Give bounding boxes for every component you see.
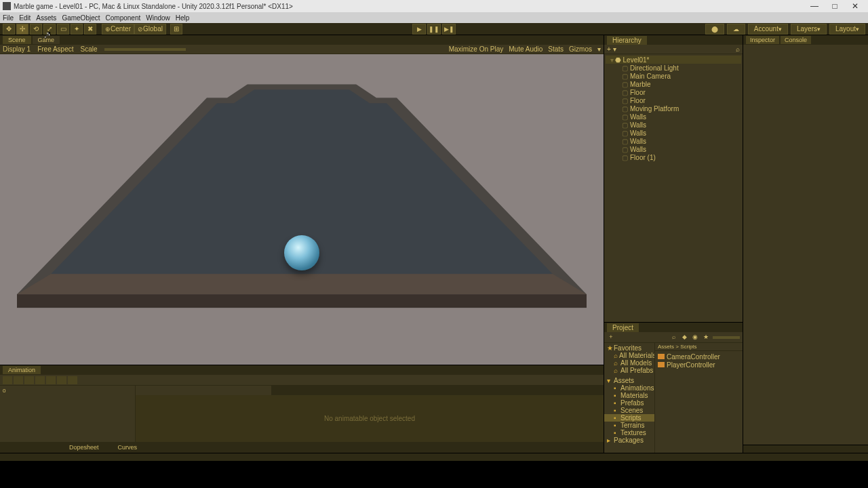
hierarchy-item[interactable]: ▢Walls [604, 145, 743, 153]
view-tabs: Scene Game [0, 35, 604, 45]
inspector-body[interactable] [743, 45, 868, 445]
tab-project[interactable]: Project [607, 323, 639, 332]
dopesheet-tab[interactable]: Dopesheet [62, 443, 106, 452]
game-viewport[interactable] [0, 54, 604, 365]
hierarchy-item[interactable]: ▢Marble [604, 80, 743, 88]
move-tool-icon[interactable]: ✢ [16, 24, 28, 35]
project-folder[interactable]: ▪Scenes [604, 407, 654, 414]
menu-file[interactable]: File [3, 14, 14, 22]
project-fav-item[interactable]: ⌕All Models [604, 359, 654, 367]
scale-slider[interactable] [104, 48, 186, 51]
project-fav-item[interactable]: ⌕All Materials [604, 352, 654, 359]
anim-first-icon[interactable] [24, 376, 34, 384]
project-filter-icon[interactable]: ◆ [680, 333, 688, 342]
hierarchy-item[interactable]: ▢Walls [604, 113, 743, 121]
transform-tool-icon[interactable]: ✦ [71, 24, 83, 35]
project-breadcrumb[interactable]: Assets > Scripts [655, 343, 743, 351]
fold-icon[interactable]: ▾ [608, 56, 615, 64]
mute-toggle[interactable]: Mute Audio [509, 45, 542, 53]
hierarchy-item[interactable]: ▢Moving Platform [604, 104, 743, 113]
custom-tool-icon[interactable]: ✖ [84, 24, 96, 35]
hierarchy-item[interactable]: ▢Walls [604, 121, 743, 129]
hierarchy-item[interactable]: ▢Main Camera [604, 72, 743, 80]
animation-property-list[interactable] [0, 395, 136, 442]
cloud-icon[interactable]: ☁ [727, 24, 745, 35]
hierarchy-item[interactable]: ▢Walls [604, 129, 743, 137]
layers-dropdown[interactable]: Layers ▾ [791, 24, 827, 35]
anim-last-icon[interactable] [68, 376, 77, 384]
rotate-tool-icon[interactable]: ⟲ [30, 24, 42, 35]
project-files[interactable]: CameraController PlayerController [655, 351, 743, 453]
curves-tab[interactable]: Curves [111, 443, 144, 452]
pause-button-icon[interactable]: ❚❚ [427, 24, 441, 35]
left-area: Scene Game Display 1 Free Aspect Scale M… [0, 35, 604, 453]
hierarchy-scene[interactable]: ▾ ⬣ Level01* [606, 56, 741, 64]
project-save-icon[interactable]: ★ [702, 333, 710, 342]
play-button-icon[interactable]: ▶ [412, 24, 426, 35]
project-folder[interactable]: ▪Animations [604, 384, 654, 392]
anim-prev-icon[interactable] [35, 376, 45, 384]
hierarchy-item[interactable]: ▢Floor [604, 88, 743, 96]
hierarchy-search-icon[interactable]: ⌕ [736, 45, 740, 53]
hierarchy-tree[interactable]: ▾ ⬣ Level01* ▢Directional Light ▢Main Ca… [604, 54, 743, 322]
anim-play-icon[interactable] [46, 376, 56, 384]
tab-scene[interactable]: Scene [3, 36, 31, 44]
menu-window[interactable]: Window [146, 14, 170, 22]
pivot-toggle[interactable]: ⊕ Center [102, 24, 134, 35]
tab-inspector[interactable]: Inspector [746, 36, 779, 44]
project-file[interactable]: PlayerController [656, 361, 741, 369]
hand-tool-icon[interactable]: ✥ [3, 24, 15, 35]
tab-hierarchy[interactable]: Hierarchy [607, 36, 647, 45]
menu-assets[interactable]: Assets [36, 14, 56, 22]
gizmos-toggle[interactable]: Gizmos [569, 45, 592, 53]
layout-dropdown[interactable]: Layout ▾ [829, 24, 865, 35]
gizmos-dropdown-icon[interactable]: ▾ [597, 45, 601, 53]
maximize-toggle[interactable]: Maximize On Play [449, 45, 504, 53]
project-folder[interactable]: ▪Textures [604, 429, 654, 436]
minimize-button[interactable]: — [804, 1, 825, 11]
tab-console[interactable]: Console [781, 36, 811, 44]
snap-toggle-icon[interactable]: ⊞ [170, 24, 182, 35]
scene-icon: ⬣ [615, 56, 621, 64]
anim-preview-icon[interactable] [3, 376, 12, 384]
project-assets[interactable]: ▾Assets [604, 377, 654, 384]
project-folder[interactable]: ▪Terrains [604, 422, 654, 429]
rect-tool-icon[interactable]: ▭ [57, 24, 69, 35]
project-packages[interactable]: ▸Packages [604, 436, 654, 444]
collab-icon[interactable]: ⬤ [705, 24, 724, 35]
menu-edit[interactable]: Edit [19, 14, 31, 22]
anim-record-icon[interactable] [14, 376, 23, 384]
account-dropdown[interactable]: Account ▾ [748, 24, 788, 35]
project-favorites[interactable]: ★Favorites [604, 344, 654, 352]
animation-dopesheet-area[interactable]: No animatable object selected [136, 395, 604, 442]
project-folder-selected[interactable]: ▪Scripts [604, 414, 654, 422]
hierarchy-item[interactable]: ▢Directional Light [604, 64, 743, 72]
handle-toggle[interactable]: ⊘ Global [134, 24, 166, 35]
project-search-icon[interactable]: ⌕ [669, 333, 677, 342]
project-size-slider[interactable] [713, 336, 740, 339]
anim-next-icon[interactable] [57, 376, 66, 384]
project-tree[interactable]: ★Favorites ⌕All Materials ⌕All Models ⌕A… [604, 343, 655, 453]
menu-component[interactable]: Component [106, 14, 141, 22]
project-folder[interactable]: ▪Prefabs [604, 399, 654, 407]
anim-frame-field[interactable]: 0 [3, 388, 5, 394]
tab-animation[interactable]: Animation [3, 366, 41, 374]
step-button-icon[interactable]: ▶❚ [442, 24, 456, 35]
project-folder[interactable]: ▪Materials [604, 392, 654, 399]
project-hidden-icon[interactable]: ◉ [691, 333, 699, 342]
hierarchy-item[interactable]: ▢Floor (1) [604, 153, 743, 161]
stats-toggle[interactable]: Stats [548, 45, 564, 53]
menu-gameobject[interactable]: GameObject [62, 14, 100, 22]
project-file[interactable]: CameraController [656, 352, 741, 361]
project-create-icon[interactable]: + [607, 333, 615, 342]
menu-help[interactable]: Help [176, 14, 190, 22]
hierarchy-create-icon[interactable]: + ▾ [607, 45, 616, 53]
project-fav-item[interactable]: ⌕All Prefabs [604, 367, 654, 374]
maximize-button[interactable]: □ [825, 1, 845, 11]
aspect-dropdown[interactable]: Free Aspect [37, 45, 73, 53]
display-dropdown[interactable]: Display 1 [3, 45, 31, 53]
close-button[interactable]: ✕ [845, 1, 865, 11]
hierarchy-item[interactable]: ▢Floor [604, 96, 743, 104]
animation-timeline[interactable] [271, 386, 604, 395]
hierarchy-item[interactable]: ▢Walls [604, 137, 743, 145]
